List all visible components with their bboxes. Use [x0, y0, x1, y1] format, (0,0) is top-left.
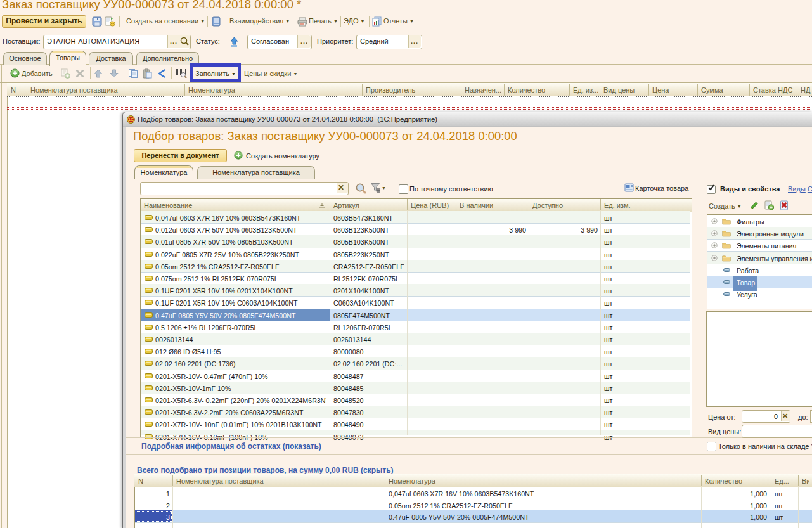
svg-text:1С: 1С: [128, 117, 134, 122]
